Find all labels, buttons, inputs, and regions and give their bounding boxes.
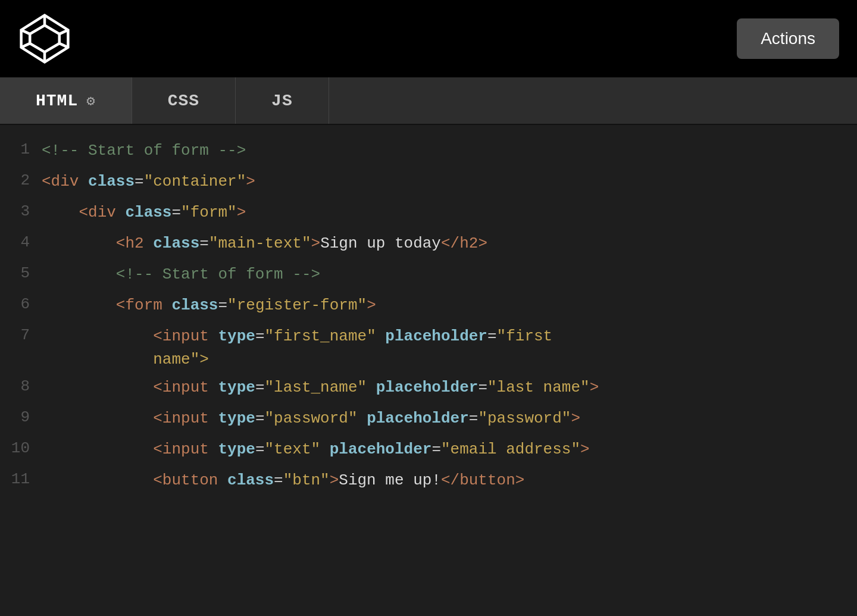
code-editor: 1<!-- Start of form -->2<div class="cont… [0, 125, 857, 601]
line-number-2: 2 [0, 169, 42, 189]
line-content-5: <!-- Start of form --> [42, 262, 857, 287]
code-line-8: 8 <input type="last_name" placeholder="l… [0, 374, 857, 405]
code-line-1: 1<!-- Start of form --> [0, 137, 857, 168]
code-line-11: 11 <button class="btn">Sign me up!</butt… [0, 467, 857, 498]
tabs-bar: HTML ⚙ CSS JS [0, 77, 857, 125]
line-number-6: 6 [0, 293, 42, 313]
header: Actions [0, 0, 857, 77]
line-content-1: <!-- Start of form --> [42, 138, 857, 164]
code-line-9: 9 <input type="password" placeholder="pa… [0, 405, 857, 436]
tab-html[interactable]: HTML ⚙ [0, 77, 132, 124]
line-number-5: 5 [0, 262, 42, 282]
logo-container [18, 12, 71, 65]
code-line-3: 3 <div class="form"> [0, 199, 857, 230]
line-number-8: 8 [0, 375, 42, 395]
code-line-4: 4 <h2 class="main-text">Sign up today</h… [0, 230, 857, 261]
codepen-logo [18, 12, 71, 65]
line-content-4: <h2 class="main-text">Sign up today</h2> [42, 231, 857, 257]
actions-button[interactable]: Actions [737, 18, 839, 59]
line-number-3: 3 [0, 200, 42, 220]
code-line-5: 5 <!-- Start of form --> [0, 261, 857, 292]
line-content-9: <input type="password" placeholder="pass… [42, 406, 857, 431]
tab-css[interactable]: CSS [132, 77, 236, 124]
line-content-8: <input type="last_name" placeholder="las… [42, 375, 857, 401]
line-content-10: <input type="text" placeholder="email ad… [42, 437, 857, 462]
code-line-6: 6 <form class="register-form"> [0, 292, 857, 323]
line-content-7: <input type="first_name" placeholder="fi… [42, 324, 857, 373]
line-number-11: 11 [0, 468, 42, 488]
gear-icon: ⚙ [86, 92, 95, 110]
line-content-2: <div class="container"> [42, 169, 857, 195]
line-content-6: <form class="register-form"> [42, 293, 857, 318]
line-number-1: 1 [0, 138, 42, 158]
tab-js[interactable]: JS [236, 77, 329, 124]
tab-js-label: JS [271, 92, 293, 110]
line-number-4: 4 [0, 231, 42, 251]
line-number-10: 10 [0, 437, 42, 457]
line-number-9: 9 [0, 406, 42, 426]
svg-marker-1 [30, 26, 60, 52]
line-content-11: <button class="btn">Sign me up!</button> [42, 468, 857, 493]
code-line-7: 7 <input type="first_name" placeholder="… [0, 323, 857, 374]
tab-css-label: CSS [168, 92, 199, 110]
code-line-10: 10 <input type="text" placeholder="email… [0, 436, 857, 467]
line-content-3: <div class="form"> [42, 200, 857, 226]
code-line-2: 2<div class="container"> [0, 168, 857, 199]
tab-html-label: HTML [36, 92, 78, 110]
line-number-7: 7 [0, 324, 42, 344]
